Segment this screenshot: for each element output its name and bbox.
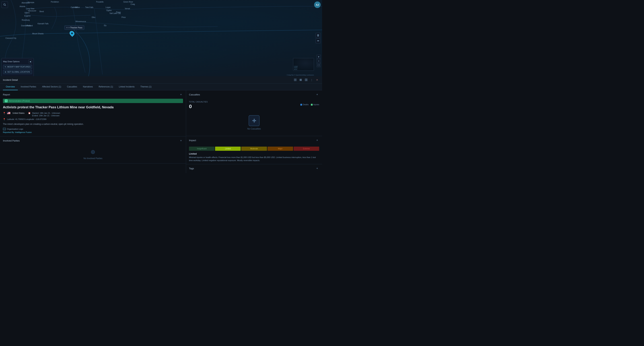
tab-overview[interactable]: Overview: [3, 84, 18, 90]
ended-date: Ended: 19th Jan 21 - Unknown: [32, 115, 60, 117]
injuries-label: Injuries: [314, 104, 319, 106]
zoom-fit-btn[interactable]: ⛶: [317, 63, 321, 67]
view-list-btn[interactable]: [298, 78, 303, 82]
report-section: Report + ▼ Demonstration (Protest) Activ…: [0, 90, 186, 136]
svg-rect-14: [300, 80, 302, 81]
incident-title: Activists protest the Thacker Pass Lithi…: [3, 105, 183, 109]
zoom-out-btn[interactable]: −: [317, 59, 321, 63]
svg-rect-17: [307, 79, 308, 81]
incident-detail-controls: ⋮ ✕: [293, 78, 319, 82]
report-section-header[interactable]: Report +: [0, 90, 186, 99]
tab-overview-label: Overview: [6, 86, 15, 88]
impact-section-title: Impact: [189, 139, 196, 142]
set-global-location-button[interactable]: ⊕ SET GLOBAL LOCATION: [3, 70, 32, 74]
svg-point-6: [318, 41, 318, 41]
tab-affected-sectors[interactable]: Affected Sectors (1): [39, 84, 64, 90]
impact-section-header[interactable]: Impact +: [186, 136, 322, 144]
svg-rect-3: [317, 35, 319, 36]
user-avatar[interactable]: AJ: [314, 2, 321, 8]
tags-add-btn[interactable]: +: [315, 166, 319, 170]
coords-row: 📍 Latitude: 41.700923 Longitude: -118.07…: [3, 118, 183, 121]
map-right-controls: [316, 33, 321, 43]
map-draw-collapse-btn[interactable]: ◀: [28, 60, 32, 63]
view-columns-btn[interactable]: [304, 78, 308, 82]
tab-references[interactable]: References (1): [96, 84, 116, 90]
tags-section-title: Tags: [189, 167, 194, 170]
deaths-dot: [300, 104, 302, 106]
org-logo-icon: ORG: [3, 128, 6, 130]
tab-casualties[interactable]: Casualties: [64, 84, 80, 90]
map-search-button[interactable]: [2, 2, 8, 8]
impact-insignificant[interactable]: Insignificant: [189, 147, 214, 151]
latitude: Latitude: 41.700923: [7, 118, 25, 120]
more-options-btn[interactable]: ⋮: [310, 78, 314, 82]
incident-description: The mine's developers plan on creating a…: [3, 123, 183, 126]
report-add-btn[interactable]: +: [179, 93, 183, 97]
close-btn[interactable]: ✕: [315, 78, 319, 82]
zoom-in-btn[interactable]: +: [317, 55, 321, 59]
deaths-label: Deaths: [303, 104, 309, 106]
impact-moderate[interactable]: Moderate: [241, 147, 267, 151]
map-svg: [0, 0, 322, 76]
tab-themes-label: Themes (1): [140, 86, 152, 88]
svg-rect-12: [300, 79, 302, 80]
tab-involved-parties[interactable]: Involved Parties: [18, 84, 39, 90]
country-row: 📍 United States ⏰ Started: 19th Jan 21 -…: [3, 112, 183, 117]
report-section-title: Report: [3, 93, 10, 96]
view-grid-btn[interactable]: [293, 78, 298, 82]
incident-detail-title: Incident Detail: [3, 79, 18, 81]
modify-map-features-button[interactable]: ✎ MODIFY MAP FEATURES: [3, 65, 32, 69]
reported-by-value: Intelligence Fusion: [15, 131, 32, 133]
location-icon: ⊕: [5, 71, 6, 73]
location-pin-icon: 📍: [3, 112, 6, 115]
impact-extreme[interactable]: Extreme: [294, 147, 319, 151]
impact-add-btn[interactable]: +: [315, 138, 319, 142]
incident-detail-bar: Incident Detail ⋮ ✕: [0, 76, 322, 84]
timeline-btn[interactable]: [316, 38, 321, 43]
impact-major[interactable]: Major: [268, 147, 293, 151]
reported-by-row: Reported By: Intelligence Fusion: [3, 131, 183, 133]
svg-rect-13: [300, 80, 302, 80]
svg-rect-11: [296, 80, 296, 81]
no-casualties-text: No Casualties: [247, 128, 261, 130]
org-logo-row: ORG Organisation Logo: [3, 128, 183, 130]
svg-rect-2: [317, 35, 319, 35]
impact-active-level: Limited: [189, 153, 319, 155]
svg-line-1: [5, 5, 6, 6]
modify-btn-label: MODIFY MAP FEATURES: [8, 66, 31, 68]
mini-map: United States Arnor...: [293, 58, 314, 71]
event-type-label: Demonstration (Protest): [9, 100, 30, 102]
involved-parties-header[interactable]: Involved Parties +: [0, 136, 186, 145]
tab-themes[interactable]: Themes (1): [138, 84, 154, 90]
svg-rect-8: [294, 79, 295, 80]
involved-parties-add-btn[interactable]: +: [179, 139, 183, 143]
svg-rect-10: [294, 80, 295, 81]
tags-section-header[interactable]: Tags +: [186, 164, 322, 173]
layers-btn[interactable]: [316, 33, 321, 38]
tab-narratives[interactable]: Narratives: [80, 84, 96, 90]
impact-limited[interactable]: Limited: [215, 147, 241, 151]
casualties-add-btn[interactable]: +: [315, 93, 319, 97]
tags-section: Tags +: [186, 164, 322, 173]
impact-description: Minimal injuries or health effects. Fina…: [189, 156, 319, 162]
deaths-legend: Deaths: [300, 104, 309, 106]
tab-narratives-label: Narratives: [83, 86, 93, 88]
involved-parties-section: Involved Parties + ⊕ No Involved Parties: [0, 136, 186, 163]
edit-icon: ✎: [5, 66, 6, 68]
impact-section: Impact + Insignificant Limited Moderate …: [186, 136, 322, 164]
org-logo-label: Organisation Logo: [7, 128, 23, 130]
involved-parties-title: Involved Parties: [3, 139, 20, 142]
tab-linked-incidents[interactable]: Linked Incidents: [116, 84, 138, 90]
event-type-badge: ▼ Demonstration (Protest): [3, 99, 183, 103]
map-container: Aberdeen Olympia Pendleton Pocatello Gre…: [0, 0, 322, 76]
country-flag: [7, 112, 10, 114]
map-tooltip[interactable]: + + Thacker Pass: [64, 26, 84, 30]
set-location-label: SET GLOBAL LOCATION: [8, 71, 30, 73]
svg-text:ORG: ORG: [3, 128, 6, 130]
casualties-section-header[interactable]: Casualties +: [186, 90, 322, 99]
svg-rect-16: [306, 79, 307, 81]
map-draw-title: Map Draw Options: [3, 60, 20, 63]
impact-scale: Insignificant Limited Moderate Major Ext…: [189, 147, 319, 151]
map-marker[interactable]: [70, 31, 74, 36]
country-name: United States: [12, 112, 24, 114]
